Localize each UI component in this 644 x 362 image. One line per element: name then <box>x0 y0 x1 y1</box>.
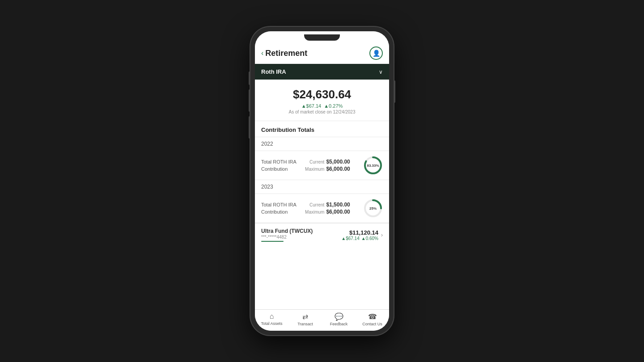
max-value-2023: $6,000.00 <box>326 209 350 215</box>
contrib-label-2022: Total ROTH IRAContribution <box>261 158 297 173</box>
contribution-row-2022: Total ROTH IRAContribution Current $5,00… <box>255 151 389 180</box>
scroll-content: $24,630.64 ▲$67.14 ▲0.27% As of market c… <box>255 80 389 309</box>
feedback-icon: 💬 <box>335 312 343 321</box>
phone-frame: ‹ Retirement 👤 Roth IRA ∨ $24,630.64 ▲$6… <box>250 27 394 335</box>
account-name: Roth IRA <box>261 68 286 75</box>
notch <box>304 34 340 41</box>
volume-up-button <box>249 89 250 112</box>
phone-screen: ‹ Retirement 👤 Roth IRA ∨ $24,630.64 ▲$6… <box>255 31 389 331</box>
nav-total-assets-label: Total Assets <box>261 321 282 326</box>
power-button <box>394 80 395 103</box>
fund-change: ▲$67.14 ▲0.60% <box>341 236 378 241</box>
contrib-values-2023: Current $1,500.00 Maximum $6,000.00 <box>305 202 350 215</box>
account-selector[interactable]: Roth IRA ∨ <box>255 64 389 80</box>
fund-amount: $11,120.14 ▲$67.14 ▲0.60% <box>341 229 378 241</box>
nav-total-assets[interactable]: ⌂ Total Assets <box>255 312 288 326</box>
nav-transact-label: Transact <box>297 322 313 326</box>
percent-label-2022: 83.33% <box>367 164 379 168</box>
avatar-icon: 👤 <box>373 50 380 57</box>
balance-change: ▲$67.14 ▲0.27% <box>261 103 383 109</box>
contribution-header: Contribution Totals <box>255 121 389 137</box>
max-label-2022: Maximum <box>305 167 324 172</box>
nav-transact[interactable]: ⇄ Transact <box>288 312 322 326</box>
transact-icon: ⇄ <box>302 312 308 321</box>
year-2022: 2022 <box>255 137 389 151</box>
fund-value: $11,120.14 <box>341 229 378 236</box>
fund-right: $11,120.14 ▲$67.14 ▲0.60% › <box>341 229 383 241</box>
fund-row[interactable]: Ultra Fund (TWCUX) ***-*****4482 $11,120… <box>255 223 389 246</box>
progress-circle-2022: 83.33% <box>363 156 383 175</box>
home-icon: ⌂ <box>270 312 274 320</box>
contrib-label-2023: Total ROTH IRAContribution <box>261 201 297 216</box>
balance-section: $24,630.64 ▲$67.14 ▲0.27% As of market c… <box>255 80 389 121</box>
contribution-row-2023: Total ROTH IRAContribution Current $1,50… <box>255 194 389 223</box>
silent-button <box>249 72 250 85</box>
balance-amount: $24,630.64 <box>261 88 383 101</box>
fund-account-line <box>261 241 284 242</box>
chevron-down-icon: ∨ <box>379 69 383 75</box>
current-value-2022: $5,000.00 <box>326 159 350 165</box>
back-button[interactable]: ‹ <box>261 49 263 57</box>
nav-contact-us[interactable]: ☎ Contact Us <box>356 312 389 326</box>
contrib-values-2022: Current $5,000.00 Maximum $6,000.00 <box>305 159 350 172</box>
fund-name: Ultra Fund (TWCUX) <box>261 228 313 234</box>
nav-feedback[interactable]: 💬 Feedback <box>322 312 356 326</box>
max-label-2023: Maximum <box>305 210 324 215</box>
bottom-nav: ⌂ Total Assets ⇄ Transact 💬 Feedback ☎ C… <box>255 309 389 331</box>
fund-chevron-icon: › <box>381 232 383 238</box>
volume-down-button <box>249 116 250 139</box>
change-dollar: ▲$67.14 <box>301 103 322 109</box>
year-2023: 2023 <box>255 180 389 194</box>
app-header: ‹ Retirement 👤 <box>255 44 389 64</box>
change-percent: ▲0.27% <box>324 103 343 109</box>
max-value-2022: $6,000.00 <box>326 166 350 172</box>
notch-area <box>255 31 389 44</box>
progress-circle-2023: 25% <box>363 198 383 218</box>
phone-icon: ☎ <box>368 312 377 321</box>
fund-change-percent: ▲0.60% <box>361 236 378 241</box>
current-label-2023: Current <box>309 202 324 207</box>
balance-date: As of market close on 12/24/2023 <box>261 109 383 114</box>
fund-left: Ultra Fund (TWCUX) ***-*****4482 <box>261 228 313 242</box>
percent-label-2023: 25% <box>369 206 377 210</box>
current-value-2023: $1,500.00 <box>326 202 350 208</box>
page-title: Retirement <box>265 49 307 58</box>
nav-feedback-label: Feedback <box>330 322 348 326</box>
avatar[interactable]: 👤 <box>369 46 383 60</box>
nav-contact-us-label: Contact Us <box>362 322 382 326</box>
header-left: ‹ Retirement <box>261 49 307 58</box>
fund-change-dollar: ▲$67.14 <box>341 236 359 241</box>
current-label-2022: Current <box>309 160 324 164</box>
fund-account-mask: ***-*****4482 <box>261 235 313 240</box>
